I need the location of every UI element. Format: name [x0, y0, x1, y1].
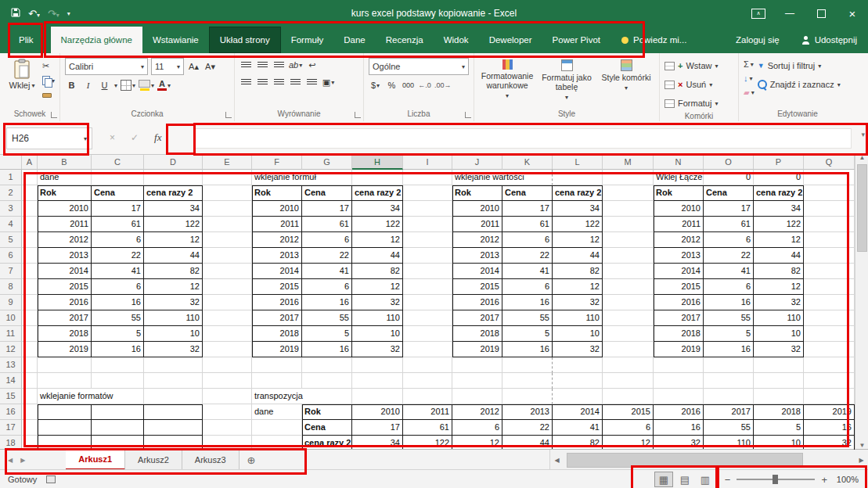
- cell[interactable]: 2013: [654, 248, 704, 264]
- tab-uk-ad-strony[interactable]: Układ strony: [209, 27, 281, 53]
- column-header-G[interactable]: G: [302, 155, 352, 170]
- save-button[interactable]: [11, 8, 20, 20]
- cell[interactable]: 110: [144, 310, 203, 326]
- vertical-scroll-thumb[interactable]: [857, 164, 867, 252]
- cell[interactable]: Rok: [38, 185, 92, 201]
- column-header-M[interactable]: M: [603, 155, 654, 170]
- row-header-12[interactable]: 12: [0, 342, 22, 357]
- cell[interactable]: [22, 264, 38, 279]
- cell[interactable]: 12: [553, 232, 603, 248]
- cell[interactable]: [754, 389, 804, 404]
- cell[interactable]: [403, 232, 452, 248]
- cell[interactable]: 2011: [654, 217, 704, 232]
- cell[interactable]: [403, 264, 452, 279]
- cell[interactable]: 122: [553, 217, 603, 232]
- cell[interactable]: Rok: [252, 185, 302, 201]
- cell[interactable]: [603, 342, 654, 357]
- cell[interactable]: 34: [553, 201, 603, 217]
- cell[interactable]: [452, 357, 502, 373]
- copy-button[interactable]: ▾: [42, 74, 55, 87]
- cell[interactable]: 5: [704, 326, 754, 342]
- cell[interactable]: [603, 185, 654, 201]
- page-break-view-button[interactable]: ▥: [697, 472, 714, 486]
- cell[interactable]: 2017: [654, 310, 704, 326]
- tab-wstawianie[interactable]: Wstawianie: [142, 27, 209, 53]
- cell[interactable]: [38, 436, 92, 450]
- increase-indent-button[interactable]: [305, 75, 319, 89]
- cell[interactable]: 16: [654, 420, 704, 436]
- thousands-format-button[interactable]: 000: [402, 78, 415, 92]
- cell[interactable]: [203, 357, 252, 373]
- format-as-table-button[interactable]: Formatuj jako tabelę ▾: [538, 56, 595, 109]
- cell[interactable]: [22, 326, 38, 342]
- cell[interactable]: 12: [352, 279, 403, 295]
- cell[interactable]: 2015: [452, 279, 502, 295]
- sheet-tab-arkusz1[interactable]: Arkusz1: [66, 450, 125, 470]
- cell[interactable]: 17: [92, 201, 144, 217]
- cell[interactable]: 44: [553, 248, 603, 264]
- cell[interactable]: Cena: [92, 185, 144, 201]
- cell[interactable]: [203, 232, 252, 248]
- row-header-4[interactable]: 4: [0, 217, 22, 232]
- font-size-select[interactable]: 11▾: [151, 58, 184, 75]
- cell[interactable]: 32: [553, 342, 603, 357]
- cell[interactable]: [804, 217, 855, 232]
- redo-button[interactable]: ↷▾: [48, 8, 59, 20]
- dialog-launcher-icon[interactable]: [51, 112, 57, 118]
- column-header-F[interactable]: F: [252, 155, 302, 170]
- cell[interactable]: [22, 295, 38, 310]
- tab-recenzja[interactable]: Recenzja: [376, 27, 434, 53]
- cell[interactable]: [502, 373, 553, 389]
- cell[interactable]: 22: [92, 248, 144, 264]
- cell[interactable]: 2017: [252, 310, 302, 326]
- cell[interactable]: 22: [502, 420, 553, 436]
- cell[interactable]: 61: [302, 217, 352, 232]
- cell[interactable]: [22, 404, 38, 420]
- cell[interactable]: [403, 326, 452, 342]
- cell[interactable]: 2019: [654, 342, 704, 357]
- cell[interactable]: 16: [804, 420, 855, 436]
- cell[interactable]: [603, 310, 654, 326]
- cell[interactable]: [352, 373, 403, 389]
- cell[interactable]: 2014: [654, 264, 704, 279]
- cell[interactable]: 12: [603, 436, 654, 450]
- ribbon-display-options-button[interactable]: ∧: [743, 0, 774, 27]
- column-header-L[interactable]: L: [553, 155, 603, 170]
- cell[interactable]: 2016: [452, 295, 502, 310]
- cell[interactable]: 12: [352, 232, 403, 248]
- cell[interactable]: [403, 373, 452, 389]
- cell[interactable]: 17: [352, 420, 403, 436]
- dialog-launcher-icon[interactable]: [355, 112, 361, 118]
- cell[interactable]: [144, 170, 203, 185]
- fill-button[interactable]: ↓▾: [744, 72, 755, 84]
- cell[interactable]: [603, 170, 654, 185]
- format-cells-button[interactable]: Formatuj▾: [665, 95, 733, 111]
- cell[interactable]: [403, 248, 452, 264]
- cell[interactable]: [704, 357, 754, 373]
- tab-plik[interactable]: Plik: [9, 27, 43, 53]
- cell[interactable]: [603, 264, 654, 279]
- cell[interactable]: 2018: [38, 326, 92, 342]
- cell[interactable]: 32: [754, 295, 804, 310]
- increase-font-button[interactable]: A▴: [187, 59, 200, 74]
- cell[interactable]: cena razy 2: [352, 185, 403, 201]
- orientation-button[interactable]: ab▾: [289, 58, 302, 72]
- sheet-tab-arkusz2[interactable]: Arkusz2: [125, 450, 182, 470]
- insert-function-button[interactable]: fx: [154, 131, 161, 144]
- cell[interactable]: 5: [92, 326, 144, 342]
- cell[interactable]: [203, 310, 252, 326]
- wrap-text-button[interactable]: ↩: [305, 58, 319, 72]
- cell[interactable]: [754, 357, 804, 373]
- cell[interactable]: [203, 373, 252, 389]
- cell[interactable]: [144, 389, 203, 404]
- cell[interactable]: 10: [754, 326, 804, 342]
- merge-center-button[interactable]: ▣▾: [322, 75, 335, 89]
- customize-qat-button[interactable]: ▾: [67, 10, 70, 17]
- cell[interactable]: 61: [92, 217, 144, 232]
- cell[interactable]: 110: [352, 310, 403, 326]
- cell[interactable]: [203, 420, 252, 436]
- cell[interactable]: 32: [754, 342, 804, 357]
- cell[interactable]: [203, 185, 252, 201]
- cell[interactable]: 122: [754, 217, 804, 232]
- page-layout-view-button[interactable]: ▤: [676, 472, 693, 486]
